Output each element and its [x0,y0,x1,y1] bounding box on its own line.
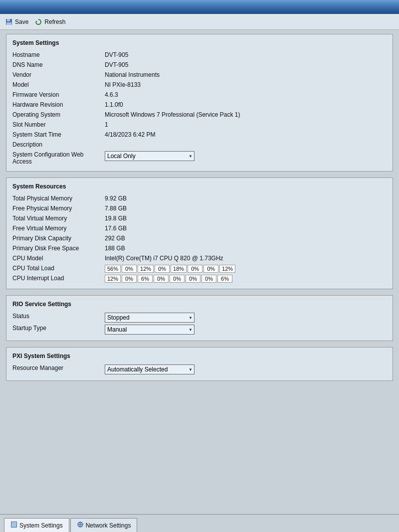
rio-startup-select[interactable]: ManualAutomaticDisabled [105,325,195,335]
field-label: DNS Name [12,61,105,68]
web-access-row: System Configuration Web Access Local On… [12,150,387,166]
field-label: Primary Disk Free Space [12,245,105,252]
field-value: 4.6.3 [105,91,387,98]
cpu-total-cells: 56%0%12%0%18%0%0%12% [105,265,387,273]
rio-status-label: Status [12,313,105,320]
field-label: Description [12,141,105,148]
cpu-cell: 6% [138,275,153,283]
rio-startup-value: ManualAutomaticDisabled [105,325,387,335]
field-label: Hardware Revision [12,101,105,108]
rio-startup-dropdown-wrapper: ManualAutomaticDisabled [105,325,195,335]
rio-service-settings-section: RIO Service Settings Status StoppedRunni… [6,295,393,341]
cpu-cell: 6% [217,275,232,283]
cpu-interrupt-load-label: CPU Interrupt Load [12,275,105,282]
field-value: 9.92 GB [105,195,387,202]
tab-network-settings-label: Network Settings [86,522,131,529]
cpu-total-load-label: CPU Total Load [12,265,105,272]
field-label: Total Virtual Memory [12,215,105,222]
rio-status-dropdown-wrapper: StoppedRunning [105,313,195,323]
field-label: Vendor [12,71,105,78]
save-button[interactable]: Save [5,18,28,26]
field-value: National Instruments [105,71,387,78]
system-resources-fields: Total Physical Memory9.92 GBFree Physica… [12,194,387,264]
cpu-cell: 0% [203,265,218,273]
field-value: NI PXIe-8133 [105,81,387,88]
system-resources-section: System Resources Total Physical Memory9.… [6,177,393,289]
cpu-interrupt-cells: 12%0%6%0%0%0%0%6% [105,275,387,283]
web-access-label: System Configuration Web Access [12,151,105,165]
cpu-cell: 18% [171,265,187,273]
resource-field-row: Total Physical Memory9.92 GB [12,194,387,204]
rio-status-value: StoppedRunning [105,313,387,323]
web-access-value: Local OnlyEveryoneNo Access [105,151,387,161]
refresh-label: Refresh [44,18,65,25]
refresh-button[interactable]: Refresh [34,18,65,26]
pxi-resource-manager-row: Resource Manager Automatically SelectedM… [12,363,387,375]
main-content: System Settings HostnameDVT-905DNS NameD… [0,30,399,514]
resource-field-row: CPU ModelIntel(R) Core(TM) i7 CPU Q 820 … [12,254,387,264]
system-resources-title: System Resources [12,183,387,190]
field-label: CPU Model [12,255,105,262]
field-label: Total Physical Memory [12,195,105,202]
system-settings-title: System Settings [12,39,387,46]
system-field-row: DNS NameDVT-905 [12,60,387,70]
rio-status-row: Status StoppedRunning [12,312,387,324]
field-label: Primary Disk Capacity [12,235,105,242]
tab-system-settings-label: System Settings [19,522,63,529]
cpu-cell: 0% [155,265,170,273]
svg-rect-5 [11,522,16,527]
cpu-cell: 0% [201,275,216,283]
system-field-row: Hardware Revision1.1.0f0 [12,100,387,110]
cpu-cell: 56% [105,265,121,273]
network-settings-tab-icon [77,521,84,530]
field-label: System Start Time [12,131,105,138]
field-value: Microsoft Windows 7 Professional (Servic… [105,111,387,118]
resource-field-row: Free Physical Memory7.88 GB [12,204,387,214]
cpu-cell: 12% [219,265,235,273]
cpu-interrupt-load-values: 12%0%6%0%0%0%0%6% [105,275,387,283]
pxi-resource-manager-select[interactable]: Automatically SelectedManual [105,364,195,374]
cpu-cell: 0% [188,265,202,273]
cpu-cell: 0% [122,275,137,283]
cpu-cell: 0% [154,275,169,283]
field-label: Free Physical Memory [12,205,105,212]
system-field-row: Slot Number1 [12,120,387,130]
pxi-resource-manager-value: Automatically SelectedManual [105,364,387,374]
resource-field-row: Primary Disk Free Space188 GB [12,244,387,254]
save-icon [5,18,13,26]
field-value: Intel(R) Core(TM) i7 CPU Q 820 @ 1.73GHz [105,255,387,262]
resource-field-row: Free Virtual Memory17.6 GB [12,224,387,234]
cpu-interrupt-load-row: CPU Interrupt Load 12%0%6%0%0%0%0%6% [12,274,387,284]
pxi-system-settings-title: PXI System Settings [12,353,387,359]
field-label: Firmware Version [12,91,105,98]
field-value: 1.1.0f0 [105,101,387,108]
field-value: 188 GB [105,245,387,252]
rio-status-select[interactable]: StoppedRunning [105,313,195,323]
web-access-select[interactable]: Local OnlyEveryoneNo Access [105,151,195,161]
svg-rect-1 [7,19,10,21]
bottom-tabs: System Settings Network Settings [0,514,399,532]
field-value: DVT-905 [105,61,387,68]
svg-rect-2 [6,22,11,25]
field-label: Hostname [12,51,105,58]
system-field-row: Operating SystemMicrosoft Windows 7 Prof… [12,110,387,120]
cpu-total-load-row: CPU Total Load 56%0%12%0%18%0%0%12% [12,264,387,274]
system-field-row: Firmware Version4.6.3 [12,90,387,100]
rio-startup-row: Startup Type ManualAutomaticDisabled [12,324,387,336]
system-field-row: System Start Time4/18/2023 6:42 PM [12,130,387,140]
toolbar: Save Refresh [0,14,399,30]
rio-startup-label: Startup Type [12,325,105,332]
field-value: 1 [105,121,387,128]
rio-service-settings-title: RIO Service Settings [12,301,387,308]
tab-network-settings[interactable]: Network Settings [70,518,138,532]
cpu-total-load-values: 56%0%12%0%18%0%0%12% [105,265,387,273]
cpu-cell: 0% [186,275,200,283]
svg-marker-3 [36,20,37,22]
field-label: Slot Number [12,121,105,128]
system-field-row: HostnameDVT-905 [12,50,387,60]
field-value: DVT-905 [105,51,387,58]
tab-system-settings[interactable]: System Settings [4,518,69,532]
field-value: 19.8 GB [105,215,387,222]
field-label: Model [12,81,105,88]
system-field-row: VendorNational Instruments [12,70,387,80]
